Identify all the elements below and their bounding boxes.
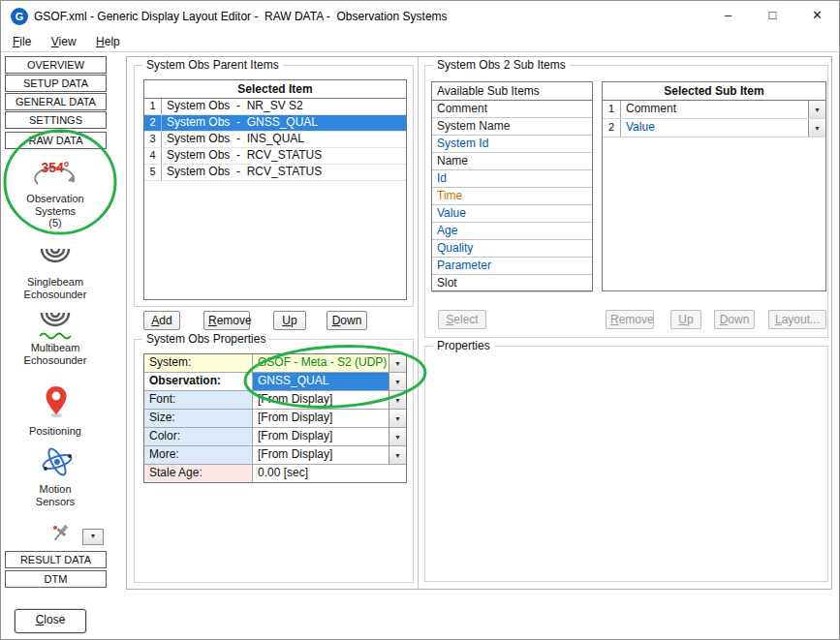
size-dropdown-button[interactable]: ▼ bbox=[389, 410, 406, 427]
obs-properties-table: System: GSOF - Meta - S2 (UDP) ▼ Observa… bbox=[143, 353, 407, 483]
sidebar-item-dtm[interactable]: DTM bbox=[5, 570, 107, 588]
down-button[interactable]: Down bbox=[327, 311, 367, 330]
item-label: Quality bbox=[437, 241, 473, 255]
color-dropdown-button[interactable]: ▼ bbox=[389, 428, 406, 445]
item-label: Comment bbox=[437, 102, 487, 115]
parent-item-row-selected[interactable]: 2 System Obs - GNSS_QUAL bbox=[144, 115, 406, 132]
maximize-button[interactable]: □ bbox=[751, 1, 794, 32]
available-item[interactable]: Quality bbox=[432, 240, 592, 258]
chevron-down-icon: ▼ bbox=[394, 447, 401, 464]
selected-sub-items-table: Selected Sub Item 1 Comment ▼ 2 Value ▼ bbox=[602, 81, 826, 291]
available-item[interactable]: Age bbox=[432, 223, 592, 240]
sidebar-item-overview[interactable]: OVERVIEW bbox=[5, 56, 107, 74]
row-number: 4 bbox=[144, 148, 162, 164]
parent-items-table: Selected Item 1 System Obs - NR_SV S2 2 … bbox=[143, 79, 407, 300]
positioning-label[interactable]: Positioning bbox=[3, 425, 108, 438]
chevron-down-icon: ▼ bbox=[814, 102, 821, 118]
sidebar-item-raw-data[interactable]: RAW DATA bbox=[5, 132, 107, 149]
menu-view[interactable]: View bbox=[44, 33, 84, 50]
font-select-value[interactable]: [From Display] bbox=[253, 391, 389, 409]
menu-file[interactable]: File bbox=[5, 33, 39, 50]
selected-sub-item-row[interactable]: 1 Comment ▼ bbox=[603, 101, 825, 119]
window-title: GSOF.xml - Generic Display Layout Editor… bbox=[34, 1, 448, 32]
sub-down-button[interactable]: Down bbox=[714, 310, 755, 329]
layout-button[interactable]: Layout... bbox=[768, 310, 826, 329]
up-button[interactable]: Up bbox=[273, 311, 306, 330]
sub-remove-button[interactable]: Remove bbox=[606, 310, 654, 329]
row-label: Comment bbox=[621, 101, 808, 118]
observation-select-value[interactable]: GNSS_QUAL bbox=[253, 373, 389, 390]
sidebar-item-settings[interactable]: SETTINGS bbox=[5, 111, 107, 129]
sub-item-dropdown-button[interactable]: ▼ bbox=[808, 101, 825, 118]
item-label: Value bbox=[437, 206, 466, 220]
menu-help[interactable]: Help bbox=[88, 33, 128, 50]
group-title: Properties bbox=[433, 339, 494, 352]
remove-button[interactable]: Remove bbox=[203, 311, 250, 330]
positioning-item[interactable] bbox=[44, 384, 69, 423]
singlebeam-label[interactable]: Singlebeam Echosounder bbox=[3, 276, 108, 300]
row-number: 2 bbox=[603, 119, 621, 137]
row-label: System Obs - INS_QUAL bbox=[162, 132, 406, 147]
sidebar-item-setup-data[interactable]: SETUP DATA bbox=[5, 75, 107, 92]
app-icon: G bbox=[11, 8, 28, 25]
chevron-down-icon: ▼ bbox=[814, 120, 821, 137]
available-item[interactable]: Time bbox=[432, 188, 592, 205]
row-label: System Obs - RCV_STATUS bbox=[162, 148, 406, 164]
system-dropdown-button[interactable]: ▼ bbox=[389, 354, 406, 372]
singlebeam-item[interactable] bbox=[38, 245, 73, 278]
close-button[interactable]: Close bbox=[15, 609, 86, 633]
color-select-value[interactable]: [From Display] bbox=[253, 428, 389, 445]
sub-item-dropdown-button[interactable]: ▼ bbox=[808, 119, 825, 137]
more-select-value[interactable]: [From Display] bbox=[253, 446, 389, 464]
compass-354-icon: 354° bbox=[28, 154, 82, 193]
more-sensors-dropdown-button[interactable]: ▼ bbox=[82, 529, 104, 545]
extra-sensor-item[interactable] bbox=[49, 522, 73, 549]
property-row-color: Color: [From Display] ▼ bbox=[144, 428, 406, 446]
item-label: System Name bbox=[437, 119, 510, 133]
sidebar-item-general-data[interactable]: GENERAL DATA bbox=[5, 93, 107, 110]
motion-sensors-label[interactable]: Motion Sensors bbox=[3, 483, 108, 507]
row-number: 1 bbox=[144, 99, 162, 114]
size-select-value[interactable]: [From Display] bbox=[253, 410, 389, 427]
selected-sub-item-row[interactable]: 2 Value ▼ bbox=[603, 119, 825, 137]
row-number: 1 bbox=[603, 101, 621, 118]
available-item[interactable]: Comment bbox=[432, 101, 592, 118]
available-item[interactable]: Value bbox=[432, 205, 592, 223]
sub-up-button[interactable]: Up bbox=[670, 310, 701, 329]
parent-item-row[interactable]: 1 System Obs - NR_SV S2 bbox=[144, 99, 406, 115]
group-title: System Obs Properties bbox=[142, 332, 269, 346]
parent-item-row[interactable]: 5 System Obs - RCV_STATUS bbox=[144, 165, 406, 181]
property-label: Color: bbox=[144, 428, 253, 445]
available-item[interactable]: Parameter bbox=[432, 258, 592, 275]
observation-systems-label[interactable]: Observation Systems (5) bbox=[3, 193, 108, 229]
multibeam-label[interactable]: Multibeam Echosounder bbox=[3, 342, 108, 366]
close-window-button[interactable]: ✕ bbox=[795, 1, 839, 32]
property-label: Stale Age: bbox=[144, 465, 253, 482]
multibeam-item[interactable] bbox=[38, 309, 73, 346]
row-number: 2 bbox=[144, 115, 162, 131]
motion-sensors-item[interactable] bbox=[40, 446, 75, 481]
available-item[interactable]: Slot bbox=[432, 275, 592, 292]
select-button[interactable]: Select bbox=[438, 310, 486, 329]
add-button[interactable]: Add bbox=[143, 311, 180, 330]
available-item[interactable]: System Name bbox=[432, 118, 592, 136]
more-dropdown-button[interactable]: ▼ bbox=[389, 446, 406, 464]
system-select-value[interactable]: GSOF - Meta - S2 (UDP) bbox=[253, 354, 389, 372]
available-item[interactable]: Id bbox=[432, 170, 592, 188]
parent-item-row[interactable]: 3 System Obs - INS_QUAL bbox=[144, 132, 406, 148]
stale-age-value[interactable]: 0.00 [sec] bbox=[253, 465, 406, 482]
observation-dropdown-button[interactable]: ▼ bbox=[389, 373, 406, 390]
minimize-button[interactable]: – bbox=[706, 1, 750, 32]
svg-text:354°: 354° bbox=[42, 160, 70, 175]
observation-systems-item[interactable]: 354° bbox=[28, 154, 82, 197]
parent-item-row[interactable]: 4 System Obs - RCV_STATUS bbox=[144, 148, 406, 165]
right-properties-group: Properties bbox=[424, 346, 828, 582]
font-dropdown-button[interactable]: ▼ bbox=[389, 391, 406, 409]
chevron-down-icon: ▼ bbox=[394, 411, 401, 427]
property-label: More: bbox=[144, 446, 253, 464]
sidebar-item-result-data[interactable]: RESULT DATA bbox=[5, 551, 107, 568]
available-item[interactable]: Name bbox=[432, 153, 592, 170]
item-label: System Id bbox=[437, 137, 488, 150]
available-item[interactable]: System Id bbox=[432, 136, 592, 153]
item-label: Slot bbox=[437, 276, 457, 290]
